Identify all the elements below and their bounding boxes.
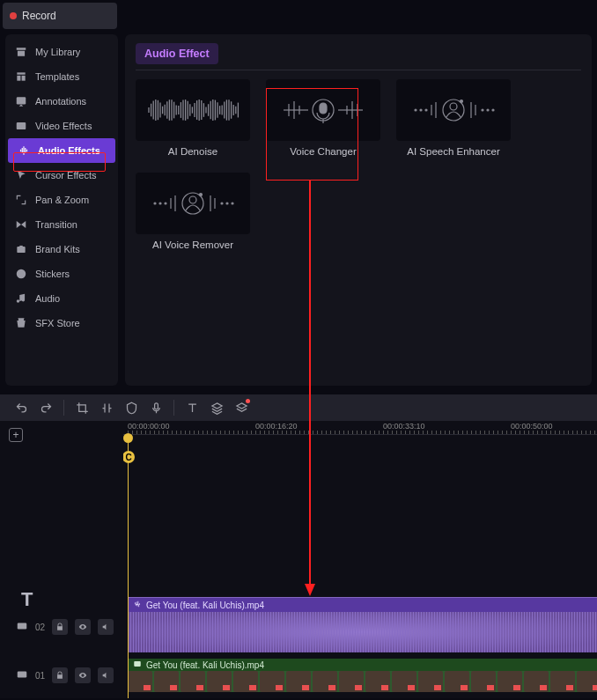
timeline-left-panel: + T 02 01 xyxy=(0,421,123,698)
effect-thumbnail xyxy=(266,79,380,141)
effect-thumbnail xyxy=(396,79,511,141)
sidebar-item-label: Stickers xyxy=(35,269,70,279)
effect-ai-voice-remover[interactable]: AI Voice Remover xyxy=(136,173,250,250)
sidebar-item-audio[interactable]: Audio xyxy=(5,286,118,311)
mute-icon[interactable] xyxy=(98,619,114,635)
playhead-badge: C xyxy=(123,451,135,463)
mute-icon[interactable] xyxy=(98,667,114,683)
video-frame-thumb xyxy=(445,671,469,692)
archive-icon xyxy=(14,46,28,58)
video-frame-thumb xyxy=(286,671,311,692)
film-icon xyxy=(133,659,142,670)
playhead[interactable]: C xyxy=(128,435,129,698)
video-frame-thumb xyxy=(154,671,179,692)
svg-point-78 xyxy=(200,194,203,196)
svg-point-65 xyxy=(461,100,463,103)
effect-ai-speech-enhancer[interactable]: AI Speech Enhancer xyxy=(396,79,511,157)
video-frame-thumb xyxy=(128,671,152,692)
sidebar-item-label: Brand Kits xyxy=(35,244,80,254)
track-number: 01 xyxy=(35,671,45,681)
sidebar-item-stickers[interactable]: Stickers xyxy=(5,262,118,286)
svg-rect-57 xyxy=(320,103,327,114)
split-icon[interactable] xyxy=(96,397,117,418)
sidebar-item-brand-kits[interactable]: Brand Kits xyxy=(5,237,118,262)
video-track[interactable]: Get You (feat. Kali Uchis).mp4 xyxy=(128,659,597,692)
pan-zoom-icon xyxy=(14,194,28,206)
track-type-icon xyxy=(16,668,28,682)
sidebar-item-audio-effects[interactable]: Audio Effects xyxy=(8,138,115,163)
svg-rect-2 xyxy=(22,76,26,81)
audio-effects-icon xyxy=(17,144,31,157)
video-track-filename: Get You (feat. Kali Uchis).mp4 xyxy=(146,660,264,670)
sidebar-item-pan-zoom[interactable]: Pan & Zoom xyxy=(5,188,118,212)
sidebar-item-my-library[interactable]: My Library xyxy=(5,40,118,64)
toolbar-separator xyxy=(173,400,174,416)
video-frame-thumb xyxy=(365,671,390,692)
lock-icon[interactable] xyxy=(52,619,68,635)
svg-point-77 xyxy=(189,196,196,203)
record-button[interactable]: Record xyxy=(3,3,117,29)
track-number: 02 xyxy=(35,623,45,632)
svg-point-72 xyxy=(159,203,161,204)
crop-icon[interactable] xyxy=(71,397,92,418)
toolbar-separator xyxy=(63,400,64,416)
add-track-button[interactable]: + xyxy=(9,428,23,442)
shield-icon[interactable] xyxy=(121,397,142,418)
redo-icon[interactable] xyxy=(35,397,56,418)
svg-rect-85 xyxy=(18,623,27,630)
effect-ai-denoise[interactable]: AI Denoise xyxy=(136,79,250,157)
ruler-time-label: 00:00:00:00 xyxy=(128,422,170,431)
effect-voice-changer[interactable]: Voice Changer xyxy=(266,79,380,157)
video-frame-thumb xyxy=(233,671,258,692)
video-frame-thumb xyxy=(339,671,364,692)
video-frame-thumb xyxy=(392,671,416,692)
sidebar-item-label: Audio xyxy=(35,293,60,304)
svg-point-73 xyxy=(165,203,166,204)
video-frame-thumb xyxy=(260,671,284,692)
sidebar-item-label: Pan & Zoom xyxy=(35,195,89,205)
layers-icon[interactable] xyxy=(206,397,227,418)
audio-waveform xyxy=(128,612,597,652)
svg-point-59 xyxy=(420,109,422,111)
effect-thumbnail xyxy=(136,79,250,141)
svg-point-81 xyxy=(221,203,223,204)
eye-icon[interactable] xyxy=(75,667,91,683)
video-frame-thumb xyxy=(524,671,549,692)
text-tool-icon[interactable]: T xyxy=(21,588,33,611)
text-icon[interactable] xyxy=(181,397,203,418)
sidebar-item-cursor-effects[interactable]: Cursor Effects xyxy=(5,163,118,188)
sidebar-item-label: My Library xyxy=(35,47,80,57)
sidebar-item-templates[interactable]: Templates xyxy=(5,64,118,89)
time-ruler[interactable]: 00:00:00:0000:00:16:2000:00:33:1000:00:5… xyxy=(123,421,597,435)
annotations-icon xyxy=(14,95,28,107)
undo-icon[interactable] xyxy=(11,397,32,418)
ruler-time-label: 00:00:16:20 xyxy=(255,422,298,431)
effect-grid: AI DenoiseVoice ChangerAI Speech Enhance… xyxy=(136,79,581,250)
ruler-time-label: 00:00:33:10 xyxy=(383,422,425,431)
svg-rect-87 xyxy=(134,661,141,667)
eye-icon[interactable] xyxy=(75,619,91,635)
cursor-effects-icon xyxy=(14,169,28,181)
layers-dot-icon[interactable] xyxy=(231,397,252,418)
sidebar-item-label: Templates xyxy=(35,71,79,82)
mic-icon[interactable] xyxy=(145,397,166,418)
track-controls-02: 02 xyxy=(16,619,114,635)
video-track-header: Get You (feat. Kali Uchis).mp4 xyxy=(128,659,597,671)
video-frame-thumb xyxy=(181,671,205,692)
sidebar-item-video-effects[interactable]: Video Effects xyxy=(5,114,118,138)
lock-icon[interactable] xyxy=(52,667,68,683)
svg-rect-84 xyxy=(154,402,158,409)
video-frame-thumb xyxy=(550,671,575,692)
sfx-store-icon xyxy=(14,317,28,329)
sidebar-item-annotations[interactable]: Annotations xyxy=(5,89,118,114)
svg-point-64 xyxy=(450,103,457,110)
stickers-icon xyxy=(14,268,28,280)
sidebar-item-transition[interactable]: Transition xyxy=(5,212,118,237)
timeline-tracks[interactable]: 00:00:00:0000:00:16:2000:00:33:1000:00:5… xyxy=(123,421,597,698)
svg-rect-1 xyxy=(17,76,20,81)
video-frame-thumb xyxy=(207,671,232,692)
sidebar-item-label: Video Effects xyxy=(35,121,92,131)
audio-track[interactable]: Get You (feat. Kali Uchis).mp4 xyxy=(128,597,597,652)
sidebar: My LibraryTemplatesAnnotationsVideo Effe… xyxy=(5,34,118,386)
sidebar-item-sfx-store[interactable]: SFX Store xyxy=(5,311,118,335)
